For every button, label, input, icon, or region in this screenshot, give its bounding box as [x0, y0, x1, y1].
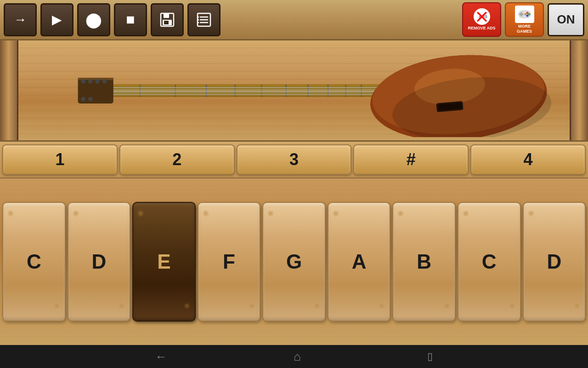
svg-point-46	[81, 97, 85, 102]
svg-point-22	[524, 13, 526, 15]
note-f-key[interactable]: F	[198, 202, 261, 322]
app: → ▶ ⬤ ■	[0, 0, 588, 368]
note-d-key[interactable]: D	[68, 202, 131, 322]
recent-nav-icon[interactable]: ▯	[427, 351, 433, 362]
fret-1-button[interactable]: 1	[2, 144, 118, 175]
fret-4-button[interactable]: 4	[470, 144, 586, 175]
record-button[interactable]: ⬤	[77, 3, 110, 36]
note-d2-key[interactable]: D	[523, 202, 586, 322]
note-g-key[interactable]: G	[262, 202, 326, 322]
note-c2-key[interactable]: C	[458, 202, 521, 322]
android-nav-bar: ← ⌂ ▯	[0, 345, 588, 368]
play-button[interactable]: ▶	[40, 3, 74, 36]
note-keys-area: C D E F G A B C D	[0, 178, 588, 345]
remove-ads-button[interactable]: ADS REMOVE ADS	[462, 2, 501, 37]
fret-sharp-button[interactable]: #	[353, 144, 469, 175]
note-b-key[interactable]: B	[392, 202, 456, 322]
svg-point-44	[95, 79, 100, 84]
on-toggle[interactable]: ON	[548, 3, 584, 36]
fret-numbers-row: 1 2 3 # 4	[0, 142, 588, 178]
svg-rect-24	[96, 85, 396, 87]
back-button[interactable]: →	[4, 3, 37, 36]
note-e-key-dark[interactable]: E	[132, 202, 196, 322]
note-c-key[interactable]: C	[2, 202, 66, 322]
svg-point-20	[528, 13, 530, 15]
list-button[interactable]	[187, 3, 220, 36]
fret-3-button[interactable]: 3	[237, 144, 352, 175]
svg-point-21	[526, 14, 528, 17]
more-games-button[interactable]: MOREGAMES	[505, 2, 544, 37]
gamepad-icon	[515, 6, 534, 23]
save-button[interactable]	[151, 3, 184, 36]
svg-rect-3	[164, 21, 169, 24]
stop-button[interactable]: ■	[114, 3, 147, 36]
pillar-left	[0, 40, 18, 140]
ads-icon: ADS	[474, 8, 490, 25]
home-nav-icon[interactable]: ⌂	[294, 350, 301, 364]
svg-point-45	[102, 79, 107, 84]
svg-point-43	[88, 79, 93, 84]
svg-rect-1	[164, 13, 169, 18]
fret-2-button[interactable]: 2	[119, 144, 235, 175]
svg-text:ADS: ADS	[479, 14, 487, 19]
svg-point-19	[526, 12, 528, 14]
more-games-label: MOREGAMES	[517, 24, 532, 34]
remove-ads-label: REMOVE ADS	[468, 26, 495, 31]
svg-point-47	[88, 97, 93, 102]
pillar-right	[570, 40, 588, 140]
toolbar: → ▶ ⬤ ■	[0, 0, 588, 40]
note-a-key[interactable]: A	[328, 202, 391, 322]
svg-point-42	[81, 79, 85, 84]
svg-rect-18	[519, 13, 524, 15]
back-nav-icon[interactable]: ←	[155, 350, 167, 364]
instrument-area	[0, 40, 588, 142]
saz-instrument	[74, 45, 560, 137]
